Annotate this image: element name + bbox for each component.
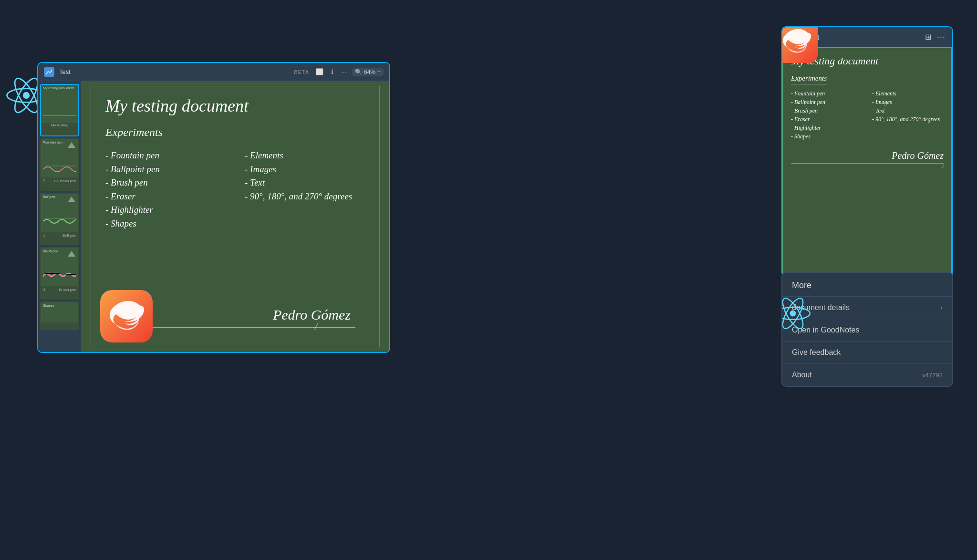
page-label-3: Bull pen	[62, 233, 76, 238]
handwriting-content: My testing document Experiments - Founta…	[105, 96, 365, 245]
signature-mark: /	[314, 321, 317, 332]
left-titlebar: Test BETA ⬜ ℹ ··· 🔍 64% +	[38, 63, 389, 81]
beta-label: BETA	[294, 69, 309, 75]
react-icon-more	[781, 294, 812, 332]
right-experiments-list: - Fountain pen - Ballpoint pen - Brush p…	[791, 89, 944, 141]
sidebar-page-4[interactable]: Brush pen 4 Brush pen	[40, 247, 79, 300]
experiments-list: - Fountain pen - Ballpoint pen - Brush p…	[105, 149, 365, 230]
thumb-canvas-1: My testing document	[41, 85, 78, 123]
page-num-2: 2	[43, 178, 45, 183]
right-document-canvas[interactable]: My testing document Experiments - Founta…	[782, 47, 952, 276]
list-col2: - Elements - Images - Text - 90°, 180°, …	[245, 149, 365, 230]
thumb-canvas-2: Fountain pen	[41, 139, 78, 177]
menu-item-about-label: About	[792, 371, 922, 379]
zoom-level: 64%	[364, 69, 375, 75]
menu-item-open-goodnotes-label: Open in GoodNotes	[792, 326, 943, 334]
more-menu-about[interactable]: About v47793	[782, 364, 952, 386]
more-panel: More document details › Open in GoodNote…	[781, 272, 953, 387]
right-signature: Pedro Gómez	[791, 150, 944, 161]
right-grid-button[interactable]: ⊞	[925, 32, 931, 41]
zoom-control[interactable]: 🔍 64% +	[352, 68, 384, 76]
list-col1: - Fountain pen - Ballpoint pen - Brush p…	[105, 149, 226, 230]
page-num-4: 4	[43, 287, 45, 292]
svg-point-0	[23, 92, 30, 99]
titlebar-controls: ⬜ ℹ ··· 🔍 64% +	[314, 67, 384, 76]
right-more-button[interactable]: ···	[937, 32, 946, 42]
swift-icon-canvas	[100, 290, 153, 342]
right-titlebar-buttons: ⊞ ···	[925, 32, 946, 42]
thumb-label-1: My testing	[41, 122, 78, 128]
zoom-in-icon[interactable]: +	[377, 69, 381, 75]
layout-toggle-button[interactable]: ⬜	[314, 67, 325, 76]
swift-icon-right-window	[781, 26, 818, 63]
goodnotes-titlebar-icon	[44, 67, 54, 77]
thumb-text-5: Shapes	[43, 303, 76, 308]
right-window-title: Test	[806, 33, 920, 41]
page-label-2: Fountain pen	[54, 179, 76, 183]
chevron-right-icon: ›	[940, 303, 943, 312]
thumb-text-1: My testing document	[43, 86, 76, 90]
more-panel-title: More	[792, 280, 811, 290]
thumb-canvas-3: Bull pen	[41, 194, 78, 232]
right-window: Test ⊞ ··· My testing document Experimen…	[781, 26, 953, 277]
menu-item-document-details-label: document details	[792, 303, 940, 312]
thumb-canvas-5: Shapes	[41, 302, 78, 322]
sidebar-page-3[interactable]: Bull pen 3 Bull pen	[40, 193, 79, 245]
right-list-col1: - Fountain pen - Ballpoint pen - Brush p…	[791, 89, 863, 141]
more-menu-give-feedback[interactable]: Give feedback	[782, 342, 952, 364]
doc-title: My testing document	[105, 96, 365, 116]
sidebar-page-2[interactable]: Fountain pen 2 Fountain pen	[40, 138, 79, 191]
page-sidebar: My testing document My testing Fountain …	[38, 81, 81, 352]
left-window: Test BETA ⬜ ℹ ··· 🔍 64% + My testing doc…	[37, 62, 390, 353]
main-document-canvas[interactable]: My testing document Experiments - Founta…	[81, 81, 389, 352]
menu-item-feedback-label: Give feedback	[792, 348, 943, 357]
info-button[interactable]: ℹ	[329, 67, 335, 76]
left-window-title: Test	[59, 68, 289, 75]
sidebar-page-1[interactable]: My testing document My testing	[40, 84, 79, 136]
sidebar-page-5[interactable]: Shapes	[40, 301, 79, 330]
right-list-col2: - Elements - Images - Text - 90°, 180°, …	[872, 89, 944, 141]
page-num-3: 3	[43, 233, 45, 238]
svg-point-8	[790, 311, 796, 317]
app-version: v47793	[922, 372, 943, 379]
right-handwriting-content: My testing document Experiments - Founta…	[791, 55, 944, 171]
doc-subtitle: Experiments	[105, 126, 163, 141]
page-label-4: Brush pen	[59, 288, 76, 292]
signature: Pedro Gómez	[273, 307, 351, 323]
more-panel-header: More	[782, 273, 952, 297]
right-doc-subtitle: Experiments	[791, 74, 827, 84]
right-sig-mark: /	[791, 164, 944, 171]
thumb-canvas-4: Brush pen	[41, 248, 78, 286]
left-window-body: My testing document My testing Fountain …	[38, 81, 389, 352]
zoom-out-icon[interactable]: 🔍	[355, 69, 362, 75]
more-button[interactable]: ···	[339, 67, 348, 76]
